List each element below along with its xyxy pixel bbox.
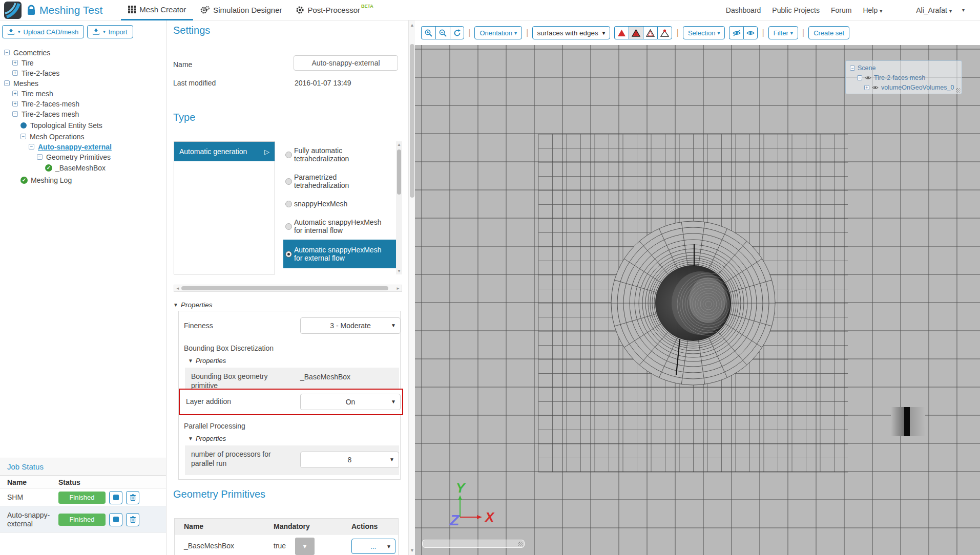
orientation-dropdown[interactable]: Orientation ▾ [474, 26, 522, 39]
collapse-icon[interactable]: − [4, 50, 10, 55]
option-parametrized-tetra[interactable]: Parametrized tetrahedralization [283, 168, 402, 195]
tree-item-tire-2-faces-mesh[interactable]: +Tire-2-faces-mesh [0, 99, 166, 109]
bbox-properties-disclosure[interactable]: ▼ Properties [188, 357, 226, 365]
scroll-right-icon[interactable]: ► [396, 286, 400, 291]
render-mode-select[interactable]: surfaces with edges ▼ [532, 26, 610, 39]
zoom-in-button[interactable] [421, 26, 435, 39]
type-widget-hscrollbar[interactable]: ◄ ► [174, 285, 402, 292]
radio-icon[interactable] [285, 152, 292, 158]
nav-link-dashboard[interactable]: Dashboard [726, 6, 761, 14]
tree-item-meshes[interactable]: −Meshes [0, 78, 166, 88]
scrollbar-thumb[interactable] [181, 286, 388, 290]
tree-item-geometries[interactable]: −Geometries [0, 48, 166, 57]
delete-job-button[interactable] [126, 491, 139, 504]
tree-label: Tire-2-faces mesh [22, 110, 79, 118]
parallel-properties-disclosure[interactable]: ▼ Properties [188, 435, 226, 442]
eye-icon[interactable] [865, 75, 871, 80]
upload-cad-mesh-button[interactable]: ▾ Upload CAD/mesh [2, 25, 84, 38]
option-auto-shm-external[interactable]: Automatic snappyHexMesh for external flo… [283, 240, 402, 268]
tree-item-mesh-operations[interactable]: −Mesh Operations [0, 132, 166, 141]
panel-scrollbar[interactable]: ▲ ▼ [408, 20, 415, 555]
collapse-icon[interactable]: − [29, 144, 34, 150]
processors-select[interactable]: 8 ▼ [300, 452, 399, 468]
surfaces-mode-button[interactable] [614, 26, 629, 39]
scene-tree-overlay[interactable]: − Scene − Tire-2-faces mesh + volumeOnGe… [845, 60, 962, 94]
tree-label: _BaseMeshBox [55, 164, 106, 172]
tree-item-topological-entity-sets[interactable]: Topological Entity Sets [0, 120, 166, 130]
stop-job-button[interactable] [109, 513, 122, 526]
mesh-render-canvas[interactable]: YXZ − Scene − Tire-2-faces mesh + volume… [415, 45, 980, 555]
tree-item-tire-2-faces[interactable]: +Tire-2-faces [0, 68, 166, 78]
option-list-scrollbar[interactable]: ▲ ▼ [396, 141, 402, 274]
expand-icon[interactable]: + [12, 70, 18, 76]
row-actions-select[interactable]: ... ▼ [351, 539, 395, 554]
tab-post-processor[interactable]: Post-Processor BETA [289, 0, 380, 20]
option-auto-shm-internal[interactable]: Automatic snappyHexMesh for internal flo… [283, 213, 402, 240]
scene-root-row[interactable]: − Scene [850, 63, 962, 73]
expand-row-button[interactable]: ▼ [295, 538, 315, 555]
viewport-bottom-overlay[interactable] [422, 540, 525, 548]
scrollbar-thumb[interactable] [410, 44, 414, 198]
chevron-down-icon: ▼ [386, 544, 391, 549]
collapse-icon[interactable]: − [37, 154, 43, 160]
selection-dropdown[interactable]: Selection ▾ [683, 26, 725, 39]
tab-mesh-creator[interactable]: Mesh Creator [121, 0, 193, 20]
fineness-select[interactable]: 3 - Moderate ▼ [300, 317, 401, 334]
stop-job-button[interactable] [109, 491, 122, 504]
tree-item-tire-mesh[interactable]: +Tire mesh [0, 89, 166, 98]
toolbar-separator: | [468, 28, 470, 38]
tree-item-basemeshbox[interactable]: ✓_BaseMeshBox [0, 163, 166, 173]
hide-selected-button[interactable] [729, 26, 743, 39]
collapse-icon[interactable]: − [20, 134, 26, 139]
scroll-up-icon[interactable]: ▲ [396, 142, 402, 147]
collapse-icon[interactable]: − [857, 75, 862, 80]
tree-item-geometry-primitives[interactable]: −Geometry Primitives [0, 152, 166, 162]
scene-volume-row[interactable]: + volumeOnGeoVolumes_0 [850, 82, 962, 92]
zoom-out-button[interactable] [435, 26, 450, 39]
tree-item-meshing-log[interactable]: ✓Meshing Log [0, 175, 166, 185]
collapse-icon[interactable]: − [12, 111, 18, 117]
extra-menu-toggle[interactable]: ▾ [962, 7, 965, 13]
create-set-button[interactable]: Create set [808, 26, 849, 39]
tree-item-tire[interactable]: +Tire [0, 58, 166, 68]
nav-link-public-projects[interactable]: Public Projects [772, 6, 820, 14]
delete-job-button[interactable] [126, 513, 139, 526]
option-fully-automatic-tetra[interactable]: Fully automatic tetrahedralization [283, 141, 402, 168]
layer-addition-select[interactable]: On ▼ [300, 394, 401, 410]
filter-dropdown[interactable]: Filter ▾ [768, 26, 798, 39]
scrollbar-thumb[interactable] [397, 150, 401, 195]
radio-selected-icon[interactable] [285, 251, 292, 258]
tab-simulation-designer[interactable]: Simulation Designer [193, 0, 289, 20]
mesh-name-input[interactable] [294, 55, 398, 71]
collapse-icon[interactable]: − [4, 80, 10, 86]
wireframe-mode-button[interactable] [643, 26, 657, 39]
radio-icon[interactable] [285, 223, 292, 230]
import-button[interactable]: ▾ Import [87, 25, 133, 38]
scroll-down-icon[interactable]: ▼ [396, 269, 402, 273]
expand-icon[interactable]: + [12, 60, 18, 66]
tree-item-tire-2-faces-mesh-open[interactable]: −Tire-2-faces mesh [0, 109, 166, 119]
type-category-automatic-generation[interactable]: Automatic generation ▷ [174, 142, 275, 161]
radio-icon[interactable] [285, 201, 292, 207]
user-menu[interactable]: Ali_Arafat▾ [916, 6, 952, 14]
properties-disclosure[interactable]: ▼ Properties [173, 301, 212, 309]
tree-item-auto-snappy-external[interactable]: −Auto-snappy-external [0, 142, 166, 152]
nav-menu-help[interactable]: Help▾ [863, 6, 882, 14]
reset-view-button[interactable] [450, 26, 464, 39]
show-all-button[interactable] [743, 26, 758, 39]
scroll-left-icon[interactable]: ◄ [176, 286, 180, 291]
option-snappyhexmesh[interactable]: snappyHexMesh [283, 195, 402, 213]
resize-handle[interactable] [956, 88, 961, 93]
radio-icon[interactable] [285, 178, 292, 185]
expand-icon[interactable]: + [12, 91, 18, 96]
points-mode-button[interactable] [657, 26, 672, 39]
expand-icon[interactable]: + [12, 101, 18, 106]
collapse-icon[interactable]: − [850, 66, 855, 71]
expand-icon[interactable]: + [864, 85, 869, 90]
option-tetra-prismatic-layers[interactable]: Tetrahedral meshing with prismatic visco… [283, 268, 402, 274]
nav-link-forum[interactable]: Forum [831, 6, 851, 14]
resize-handle[interactable] [518, 542, 523, 546]
surfaces-with-edges-mode-button[interactable] [629, 26, 643, 39]
scene-mesh-row[interactable]: − Tire-2-faces mesh [850, 73, 962, 82]
eye-icon[interactable] [872, 85, 879, 90]
